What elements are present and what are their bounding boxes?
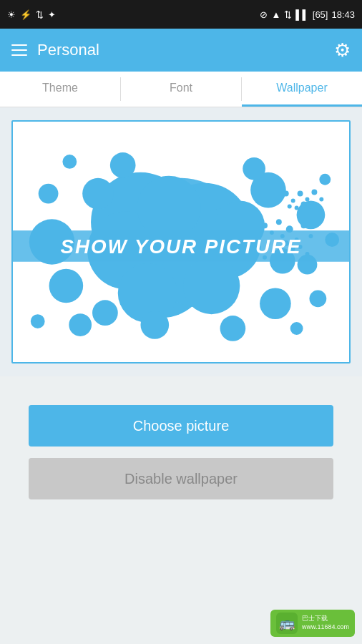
status-icon-1: ☀ bbox=[7, 9, 16, 20]
tab-wallpaper-label: Wallpaper bbox=[276, 82, 327, 94]
status-icon-usb: ⇅ bbox=[36, 9, 44, 20]
status-right: ⊘ ▲ ⇅ ▌▌ [65] 18:43 bbox=[260, 9, 355, 20]
svg-point-23 bbox=[243, 157, 265, 180]
watermark-brand: 巴士下载 bbox=[302, 615, 349, 623]
svg-point-48 bbox=[283, 191, 289, 197]
svg-point-27 bbox=[39, 184, 59, 204]
watermark-icon: 🚌 bbox=[276, 613, 298, 634]
hamburger-line-3 bbox=[11, 54, 27, 56]
watermark-site: www.11684.com bbox=[302, 623, 349, 632]
settings-icon[interactable]: ⚙ bbox=[334, 39, 351, 62]
svg-point-19 bbox=[49, 269, 84, 303]
tab-font-label: Font bbox=[170, 82, 192, 94]
network-icon: ⇅ bbox=[284, 9, 292, 20]
svg-point-30 bbox=[319, 174, 331, 185]
svg-point-17 bbox=[260, 288, 291, 319]
status-left: ☀ ⚡ ⇅ ✦ bbox=[7, 9, 56, 20]
wifi-icon: ▲ bbox=[271, 9, 280, 20]
svg-point-33 bbox=[262, 223, 268, 228]
tab-theme[interactable]: Theme bbox=[0, 72, 120, 107]
svg-point-55 bbox=[295, 205, 299, 210]
clock: 18:43 bbox=[331, 9, 355, 20]
svg-text:SHOW YOUR PICTURE: SHOW YOUR PICTURE bbox=[61, 235, 302, 258]
tab-font[interactable]: Font bbox=[121, 72, 241, 107]
svg-point-9 bbox=[183, 258, 240, 314]
svg-point-21 bbox=[140, 311, 169, 339]
status-icon-2: ⚡ bbox=[20, 9, 31, 20]
disable-wallpaper-button[interactable]: Disable wallpaper bbox=[29, 458, 333, 499]
svg-point-54 bbox=[288, 204, 292, 208]
svg-point-51 bbox=[305, 197, 310, 202]
main-content: SHOW YOUR PICTURE bbox=[0, 107, 362, 376]
svg-point-53 bbox=[319, 197, 323, 202]
svg-point-52 bbox=[311, 190, 317, 195]
svg-point-49 bbox=[291, 199, 295, 203]
watermark: 🚌 巴士下载 www.11684.com bbox=[270, 610, 355, 637]
status-bar: ☀ ⚡ ⇅ ✦ ⊘ ▲ ⇅ ▌▌ [65] 18:43 bbox=[0, 0, 362, 29]
svg-point-24 bbox=[110, 152, 136, 178]
svg-point-18 bbox=[92, 300, 118, 326]
svg-point-56 bbox=[301, 201, 307, 207]
preview-svg: SHOW YOUR PICTURE bbox=[13, 122, 349, 362]
hamburger-line-1 bbox=[11, 44, 27, 46]
hamburger-menu[interactable] bbox=[11, 44, 27, 56]
choose-picture-button[interactable]: Choose picture bbox=[29, 405, 333, 447]
svg-point-32 bbox=[290, 322, 303, 335]
toolbar-left: Personal bbox=[11, 41, 99, 59]
svg-point-20 bbox=[69, 313, 92, 336]
battery-icon: [65] bbox=[313, 9, 328, 20]
signal-icon: ⊘ bbox=[260, 9, 268, 20]
tab-wallpaper[interactable]: Wallpaper bbox=[242, 72, 362, 107]
signal-bars: ▌▌ bbox=[295, 9, 308, 20]
hamburger-line-2 bbox=[11, 49, 27, 51]
svg-point-31 bbox=[62, 155, 77, 169]
svg-point-13 bbox=[82, 178, 114, 210]
svg-point-39 bbox=[301, 223, 307, 228]
svg-point-26 bbox=[309, 290, 326, 307]
svg-point-57 bbox=[308, 204, 313, 208]
buttons-area: Choose picture Disable wallpaper bbox=[0, 376, 362, 514]
svg-point-28 bbox=[31, 314, 45, 328]
toolbar: Personal ⚙ bbox=[0, 29, 362, 72]
tab-theme-label: Theme bbox=[42, 82, 78, 94]
svg-point-8 bbox=[137, 176, 201, 240]
status-icon-android: ✦ bbox=[48, 9, 56, 20]
svg-point-35 bbox=[276, 219, 282, 225]
wallpaper-preview: SHOW YOUR PICTURE bbox=[11, 120, 351, 364]
page-wrapper: ☀ ⚡ ⇅ ✦ ⊘ ▲ ⇅ ▌▌ [65] 18:43 Personal ⚙ bbox=[0, 0, 362, 644]
svg-point-50 bbox=[298, 191, 303, 197]
watermark-text: 巴士下载 www.11684.com bbox=[302, 615, 349, 631]
tabs-container: Theme Font Wallpaper bbox=[0, 72, 362, 107]
svg-point-22 bbox=[220, 316, 246, 341]
toolbar-title: Personal bbox=[37, 41, 99, 59]
